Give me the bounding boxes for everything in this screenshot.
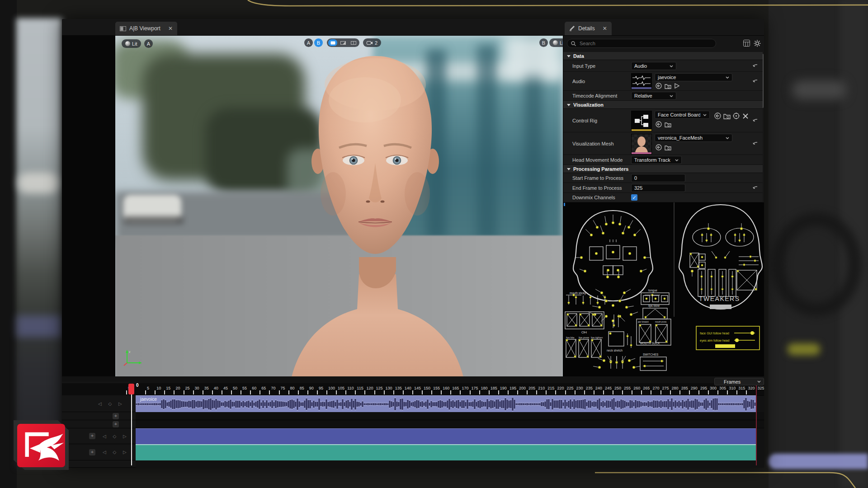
legend-slider-knob[interactable] bbox=[735, 338, 739, 342]
control-dot[interactable] bbox=[575, 296, 577, 299]
tab-viewport[interactable]: A|B Viewport ✕ bbox=[115, 22, 177, 35]
add-track-button[interactable]: + bbox=[113, 421, 119, 427]
control-dot[interactable] bbox=[612, 221, 614, 224]
control-dot[interactable] bbox=[710, 234, 712, 236]
audio-clip[interactable]: jaevoice bbox=[136, 395, 756, 412]
control-dot[interactable] bbox=[618, 300, 621, 302]
browse-asset-icon[interactable] bbox=[665, 83, 671, 89]
control-dot[interactable] bbox=[740, 227, 743, 230]
reset-icon[interactable] bbox=[753, 186, 758, 190]
control-dot[interactable] bbox=[595, 252, 598, 255]
display-filter-icon[interactable] bbox=[743, 40, 750, 47]
control-dot[interactable] bbox=[622, 361, 624, 364]
viewport-3d[interactable]: Lit A A B 2 B bbox=[115, 36, 563, 377]
control-dot[interactable] bbox=[646, 298, 648, 300]
control-dot[interactable] bbox=[632, 366, 635, 369]
settings-gear-icon[interactable] bbox=[754, 40, 761, 47]
control-dot[interactable] bbox=[600, 324, 603, 327]
browse-asset-icon[interactable] bbox=[665, 145, 671, 150]
control-dot[interactable] bbox=[707, 227, 710, 230]
use-selected-icon[interactable] bbox=[714, 113, 721, 119]
lit-button-right[interactable]: Lit bbox=[549, 38, 563, 47]
viz-mesh-dropdown[interactable]: veronica_FaceMesh bbox=[655, 134, 732, 142]
layout-single-button[interactable] bbox=[328, 39, 337, 46]
control-dot[interactable] bbox=[574, 356, 576, 358]
control-dot[interactable] bbox=[640, 270, 642, 272]
control-dot[interactable] bbox=[612, 251, 614, 253]
control-dot[interactable] bbox=[598, 306, 601, 309]
control-rig-dropdown[interactable]: Face Control Board bbox=[655, 111, 710, 119]
control-dot[interactable] bbox=[625, 306, 628, 309]
control-dot[interactable] bbox=[628, 359, 631, 362]
control-dot[interactable] bbox=[597, 302, 599, 304]
control-dot[interactable] bbox=[592, 314, 594, 316]
control-dot[interactable] bbox=[613, 324, 615, 327]
keyframe-nav[interactable]: ◁ ◇ ▷ bbox=[103, 434, 129, 439]
control-dot[interactable] bbox=[664, 316, 666, 319]
control-dot[interactable] bbox=[690, 253, 692, 255]
control-dot[interactable] bbox=[706, 239, 708, 242]
control-dot[interactable] bbox=[755, 288, 757, 291]
playhead-handle[interactable] bbox=[128, 384, 134, 394]
add-track-button[interactable]: + bbox=[113, 413, 119, 419]
control-dot[interactable] bbox=[605, 300, 608, 302]
character-head[interactable] bbox=[264, 45, 491, 377]
control-dot[interactable] bbox=[609, 332, 611, 334]
layout-split-button[interactable] bbox=[349, 39, 358, 46]
layout-wipe-button[interactable] bbox=[339, 39, 348, 46]
legend-slider-knob[interactable] bbox=[750, 331, 754, 335]
face-control-board[interactable]: mouth sticky OH lips bite lips press lip… bbox=[563, 202, 764, 377]
reset-icon[interactable] bbox=[753, 64, 758, 68]
control-dot[interactable] bbox=[596, 226, 599, 229]
control-dot[interactable] bbox=[566, 339, 568, 342]
control-dot[interactable] bbox=[701, 256, 703, 258]
control-dot[interactable] bbox=[711, 288, 712, 290]
reset-icon[interactable] bbox=[753, 141, 758, 146]
lit-button-left[interactable]: Lit bbox=[122, 39, 141, 48]
compare-a-button[interactable]: A bbox=[304, 38, 313, 47]
control-dot[interactable] bbox=[639, 324, 642, 327]
control-dot[interactable] bbox=[618, 223, 621, 225]
control-dot[interactable] bbox=[604, 296, 606, 299]
control-dot[interactable] bbox=[579, 339, 581, 342]
use-selected-icon[interactable] bbox=[656, 144, 662, 150]
control-dot[interactable] bbox=[701, 288, 703, 290]
frames-dropdown[interactable]: Frames bbox=[714, 378, 764, 385]
section-processing[interactable]: Processing Parameters bbox=[563, 165, 763, 173]
audio-track[interactable]: jaevoice bbox=[136, 395, 756, 412]
control-dot[interactable] bbox=[643, 365, 646, 367]
dragon-logo[interactable] bbox=[17, 424, 65, 467]
control-dot[interactable] bbox=[743, 264, 745, 266]
tab-viewport-close-icon[interactable]: ✕ bbox=[168, 25, 173, 32]
play-audio-icon[interactable] bbox=[675, 83, 679, 89]
section-data[interactable]: Data bbox=[563, 52, 763, 60]
control-dot[interactable] bbox=[743, 234, 745, 236]
empty-track-2[interactable] bbox=[136, 412, 764, 420]
control-dot[interactable] bbox=[734, 234, 736, 236]
control-dot[interactable] bbox=[590, 234, 593, 236]
control-dot[interactable] bbox=[603, 359, 605, 362]
control-dot[interactable] bbox=[664, 298, 666, 300]
start-frame-input[interactable] bbox=[631, 174, 685, 182]
control-dot[interactable] bbox=[701, 264, 703, 267]
control-dot[interactable] bbox=[610, 361, 612, 364]
use-selected-icon[interactable] bbox=[656, 121, 662, 127]
downmix-checkbox[interactable]: ✓ bbox=[631, 194, 637, 201]
control-dot[interactable] bbox=[605, 315, 608, 318]
clear-icon[interactable] bbox=[743, 113, 748, 119]
control-dot[interactable] bbox=[633, 234, 636, 236]
control-dot[interactable] bbox=[599, 356, 602, 358]
control-dot[interactable] bbox=[623, 291, 626, 294]
control-dot[interactable] bbox=[612, 304, 614, 307]
timeline-ruler[interactable]: 5510152025303540455055606570758085909510… bbox=[62, 383, 764, 396]
control-dot[interactable] bbox=[630, 344, 632, 347]
compare-b-button[interactable]: B bbox=[314, 38, 323, 47]
control-dot[interactable] bbox=[701, 234, 703, 236]
legend-bar[interactable] bbox=[715, 344, 735, 348]
control-dot[interactable] bbox=[754, 260, 756, 262]
camera-count-button[interactable]: 2 bbox=[363, 38, 381, 47]
control-rig-thumbnail[interactable] bbox=[631, 111, 652, 131]
control-dot[interactable] bbox=[722, 288, 723, 290]
control-dot[interactable] bbox=[711, 276, 713, 278]
control-dot[interactable] bbox=[590, 296, 592, 299]
